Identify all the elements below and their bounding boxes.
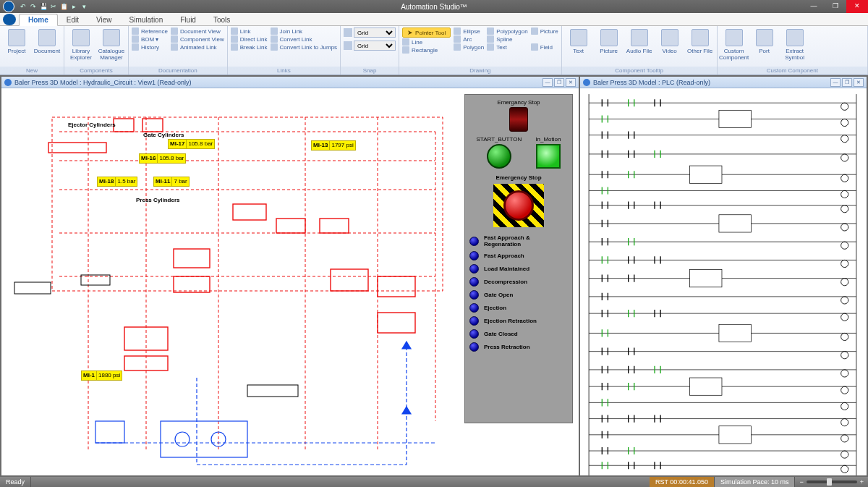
status-row: Load Maintained	[469, 264, 568, 274]
qat-undo[interactable]: ↶	[19, 2, 27, 11]
document-view-button[interactable]: Document View	[171, 27, 224, 35]
pane-close-button[interactable]: ✕	[854, 78, 864, 87]
ladder-diagram	[580, 88, 867, 475]
line-button[interactable]: Line	[402, 38, 451, 46]
hydraulic-canvas[interactable]: Ejector Cylinders Gate Cylinders Press C…	[1, 88, 579, 475]
pointer-tool-button[interactable]: ➤Pointer Tool	[402, 27, 451, 38]
zoom-in-icon[interactable]: +	[860, 478, 864, 486]
history-button[interactable]: History	[132, 43, 168, 51]
pane-max-button[interactable]: ❐	[842, 78, 852, 87]
svg-rect-33	[719, 215, 751, 232]
qat-play[interactable]: ▸	[69, 2, 78, 11]
file-menu-icon[interactable]	[3, 14, 16, 25]
bom-button[interactable]: BOM ▾	[132, 35, 168, 43]
tab-view[interactable]: View	[88, 14, 121, 25]
measurement-mi17[interactable]: MI-17105.8 bar	[168, 139, 215, 149]
component-view-button[interactable]: Component View	[171, 35, 224, 43]
measurement-mi1[interactable]: MI-11880 psi	[81, 370, 122, 381]
qat-save[interactable]: 💾	[39, 2, 48, 11]
compview-icon	[171, 35, 178, 43]
group-label: Links	[228, 67, 340, 75]
pane-header[interactable]: Baler Press 3D Model : Hydraulic_Circuit…	[1, 77, 579, 88]
polygon-icon	[454, 43, 461, 51]
pane-header[interactable]: Baler Press 3D Model : PLC (Read-only) —…	[580, 77, 867, 88]
catalogue-manager-button[interactable]: Catalogue Manager	[98, 27, 125, 61]
arc-button[interactable]: Arc	[454, 35, 484, 43]
polygon-button[interactable]: Polygon	[454, 43, 484, 51]
tab-simulation[interactable]: Simulation	[121, 14, 172, 25]
close-button[interactable]: ✕	[846, 0, 868, 13]
convert-link-jumps-button[interactable]: Convert Link to Jumps	[271, 43, 338, 51]
tooltip-video-button[interactable]: Video	[656, 27, 684, 54]
animated-link-button[interactable]: Animated Link	[171, 43, 224, 51]
measurement-mi16[interactable]: MI-16105.8 bar	[139, 153, 186, 164]
ribbon-group-documentation: Reference BOM ▾ History Document View Co…	[129, 26, 228, 75]
tooltip-text-button[interactable]: Text	[565, 27, 592, 54]
estop-label: Emergency Stop	[469, 174, 568, 181]
estop-button[interactable]	[503, 190, 534, 221]
picture-button[interactable]: Picture	[531, 27, 558, 35]
snap-icon	[344, 41, 352, 50]
tab-home[interactable]: Home	[19, 14, 58, 26]
extract-symbol-button[interactable]: Extract Symbol	[781, 27, 809, 61]
pane-title: Baler Press 3D Model : Hydraulic_Circuit…	[14, 79, 191, 86]
custom-component-button[interactable]: Custom Component	[720, 27, 748, 61]
port-button[interactable]: Port	[751, 27, 778, 54]
picture-icon	[531, 27, 538, 35]
ttaudio-icon	[631, 29, 648, 46]
group-label: Snap	[341, 67, 399, 75]
spline-button[interactable]: Spline	[487, 35, 528, 43]
pane-min-button[interactable]: —	[542, 78, 553, 87]
tab-tools[interactable]: Tools	[205, 14, 239, 25]
catalogue-icon	[103, 29, 120, 46]
plc-canvas[interactable]	[580, 88, 867, 475]
minimize-button[interactable]: —	[803, 0, 825, 13]
library-explorer-button[interactable]: Library Explorer	[67, 27, 95, 61]
tooltip-picture-button[interactable]: Picture	[595, 27, 623, 54]
qat-cut[interactable]: ✂	[49, 2, 58, 11]
measurement-mi18[interactable]: MI-181.5 bar	[97, 177, 137, 187]
project-button[interactable]: Project	[3, 27, 30, 54]
polypolygon-button[interactable]: Polypolygon	[487, 27, 528, 35]
start-button[interactable]	[487, 144, 511, 169]
ribbon-group-tooltip: Text Picture Audio File Video Other File…	[562, 26, 718, 75]
zoom-out-icon[interactable]: −	[799, 478, 803, 486]
break-link-button[interactable]: Break Link	[231, 43, 268, 51]
link-button[interactable]: Link	[231, 27, 268, 35]
snap-select-1[interactable]: Grid	[354, 27, 396, 38]
pane-min-button[interactable]: —	[830, 78, 841, 87]
snap-select-2[interactable]: Grid	[354, 41, 396, 51]
ellipse-button[interactable]: Ellipse	[454, 27, 484, 35]
status-lamp	[469, 329, 479, 339]
start-button-label: START_BUTTON	[477, 136, 522, 143]
snap-icon	[344, 28, 352, 37]
docview-icon	[171, 27, 178, 35]
qat-paste[interactable]: 📋	[59, 2, 68, 11]
qat-redo[interactable]: ↷	[29, 2, 38, 11]
tooltip-other-button[interactable]: Other File	[686, 27, 714, 54]
pane-max-button[interactable]: ❐	[554, 78, 564, 87]
convert-link-button[interactable]: Convert Link	[271, 35, 338, 43]
qat-more[interactable]: ▾	[80, 2, 88, 11]
zoom-slider[interactable]	[807, 480, 857, 483]
zoom-control[interactable]: − +	[795, 478, 868, 486]
ellipse-icon	[454, 27, 461, 35]
stack-light	[509, 107, 528, 132]
measurement-mi13[interactable]: MI-131797 psi	[311, 140, 356, 151]
document-button[interactable]: Document	[33, 27, 61, 54]
tooltip-audio-button[interactable]: Audio File	[626, 27, 653, 54]
svg-rect-2	[114, 119, 134, 132]
field-button[interactable]: Field	[531, 43, 558, 51]
rectangle-button[interactable]: Rectangle	[402, 46, 451, 54]
pane-close-button[interactable]: ✕	[566, 78, 576, 87]
status-row: Gate Closed	[469, 329, 568, 339]
text-button[interactable]: Text	[487, 43, 528, 51]
join-link-button[interactable]: Join Link	[271, 27, 338, 35]
measurement-mi11[interactable]: MI-117 bar	[153, 177, 190, 187]
reference-button[interactable]: Reference	[132, 27, 168, 35]
svg-rect-25	[719, 110, 751, 127]
tab-fluid[interactable]: Fluid	[171, 14, 205, 25]
tab-edit[interactable]: Edit	[58, 14, 88, 25]
direct-link-button[interactable]: Direct Link	[231, 35, 268, 43]
maximize-button[interactable]: ❐	[825, 0, 846, 13]
